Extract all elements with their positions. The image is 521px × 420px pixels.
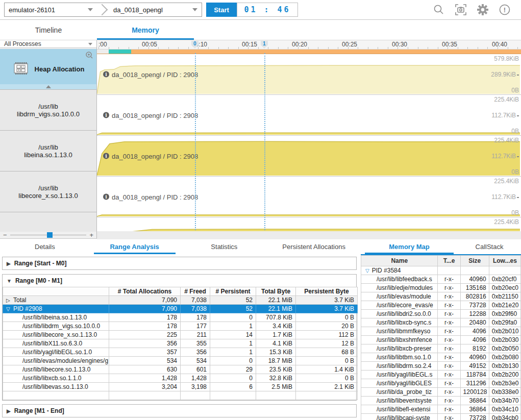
timeline-row-labels: ↑+Heap Allocation/usr/liblibdrm_vigs.so.…: [0, 49, 96, 232]
range-column-header[interactable]: # Freed: [181, 287, 210, 296]
memory-map-header-row: NameT...eSizeLow...es: [361, 256, 521, 266]
memory-map-row[interactable]: /usr/lib/libdri2.so.0.0r-x-122880xb29f60: [361, 310, 521, 318]
memory-map-type: r-x-: [438, 327, 460, 336]
range-table-row[interactable]: /usr/lib/libeina.so.1.13.01781780707.8 K…: [3, 313, 358, 322]
tab-persistent-allocations[interactable]: Persistent Allocations: [269, 239, 359, 254]
memory-map-row[interactable]: /usr/lib/yagl/libGLESr-x-3112960xb2b3e0: [361, 379, 521, 388]
range-start-m0-header[interactable]: ▶ Range [Start - M0]: [3, 257, 356, 269]
memory-map-name: /usr/lib/libcapi-syste: [361, 414, 438, 420]
settings-icon[interactable]: [477, 4, 489, 16]
start-button[interactable]: Start: [206, 3, 237, 17]
application-select[interactable]: da_0018_opengl: [109, 3, 202, 16]
zoom-out-button[interactable]: −: [3, 232, 7, 238]
row-label-library[interactable]: /usr/lib: [0, 212, 96, 232]
zoom-slider-handle[interactable]: [47, 232, 53, 238]
row-label-library[interactable]: /usr/liblibeina.so.1.13.0: [0, 131, 96, 171]
range-table-row[interactable]: ▷Total7,0907,0385222.1 MiB3.7 KiB: [3, 296, 358, 305]
range-column-header[interactable]: [3, 287, 109, 296]
memory-map-row[interactable]: /usr/lib/libcapi-syster-x-737280xb34cb0: [361, 414, 521, 420]
range-table-row[interactable]: /usr/lib/libecore.so.1.13.06306012923.5 …: [3, 365, 358, 374]
range-row-value: 534: [181, 357, 210, 365]
memory-map-row[interactable]: /usr/lib/libfeedback.sr-x-409600xb20cf0: [361, 275, 521, 284]
screenshot-icon[interactable]: [455, 4, 467, 16]
range-table-row[interactable]: /usr/lib/libX11.so.6.3.035635514.1 KiB12…: [3, 339, 358, 348]
range-row-value: 356: [109, 339, 181, 348]
memory-map-row[interactable]: /usr/lib/libmmfkeysor-x-40960xb2b010: [361, 327, 521, 336]
memory-map-column-header[interactable]: T...e: [438, 256, 460, 266]
memory-chart-row[interactable]: ida_0018_opengl / PID : 2908225.4KiB112.…: [97, 95, 521, 136]
range-m0-m1-header[interactable]: ▼ Range [M0 - M1]: [3, 275, 356, 287]
process-filter-select[interactable]: All Processes: [0, 40, 96, 48]
tab-memory-map[interactable]: Memory Map: [361, 239, 458, 254]
memory-map-row[interactable]: /usr/lib/yagl/libEGL.sr-x-1187840xb2b200: [361, 370, 521, 379]
chart-rows: ida_0018_opengl / PID : 2908579.8KiB289.…: [97, 54, 521, 231]
ruler-label: 00:25: [342, 41, 357, 48]
range-column-header[interactable]: # Total Allocations: [109, 287, 181, 296]
elapsed-timer: 01 : 46: [237, 3, 298, 17]
tab-range-analysis[interactable]: Range Analysis: [90, 239, 180, 254]
time-ruler[interactable]: :0000:0500:1000:1500:2000:2500:3000:3500…: [97, 40, 521, 50]
range-row-name: /usr/lib/libX11.so.6.3.0: [3, 339, 109, 348]
memory-map-column-header[interactable]: Name: [361, 256, 438, 266]
range-table-row[interactable]: ▽PID #29087,0907,0385222.1 MiB3.7 KiB: [3, 305, 358, 313]
expander-icon[interactable]: ▽: [365, 268, 369, 274]
range-m1-end-header[interactable]: ▶ Range [M1 - End]: [3, 405, 356, 417]
collapse-handle[interactable]: [0, 84, 96, 89]
memory-map-row[interactable]: /usr/lib/libxcb-preserr-x-81920xb2b050: [361, 344, 521, 353]
tab-memory[interactable]: Memory: [97, 20, 194, 40]
tab-callstack[interactable]: CallStack: [458, 239, 521, 254]
memory-map-address: 0xb2b3e0: [489, 379, 520, 388]
memory-chart-row[interactable]: ida_0018_opengl / PID : 2908225.4KiB112.…: [97, 177, 521, 217]
expander-icon[interactable]: ▷: [6, 298, 13, 303]
memory-map-row[interactable]: /usr/lib/libxshmfencer-x-40960xb2b030: [361, 336, 521, 344]
memory-map-row[interactable]: /usr/lib/da_probe_tizr-x-12001280xb338e0: [361, 388, 521, 397]
memory-map-pid-row[interactable]: ▽PID #3584: [361, 266, 521, 275]
range-table-row[interactable]: /usr/lib/evas/modules/engines/g534534018…: [3, 357, 358, 365]
memory-map-row[interactable]: /usr/lib/libefl-extensir-x-368640xb34c10: [361, 405, 521, 414]
library-path-line: /usr/lib: [38, 103, 58, 110]
memory-map-column-header[interactable]: Size: [460, 256, 489, 266]
memory-map-row[interactable]: /usr/lib/evas/moduler-x-8028160xb21150: [361, 292, 521, 301]
range-table-row[interactable]: /usr/lib/libdrm_vigs.so.10.0.017817713.4…: [3, 322, 358, 331]
range-table-row[interactable]: /usr/lib/libecore_x.so.1.13.0225211141.7…: [3, 331, 358, 339]
memory-map-tab-bar: Memory Map CallStack: [361, 239, 521, 254]
range-column-header[interactable]: Persistent Byte: [296, 287, 358, 296]
zoom-in-icon[interactable]: [85, 51, 93, 61]
expander-icon[interactable]: ▽: [6, 306, 13, 312]
range-column-header[interactable]: Total Byte: [256, 287, 296, 296]
memory-map-row[interactable]: /usr/lib/libeventsyster-x-368640xb34b70: [361, 397, 521, 405]
search-icon[interactable]: [433, 4, 445, 16]
memory-chart-row[interactable]: ida_0018_opengl / PID : 2908579.8KiB289.…: [97, 54, 521, 95]
tab-statistics[interactable]: Statistics: [180, 239, 269, 254]
about-icon[interactable]: !: [499, 4, 511, 16]
memory-map-type: r-x-: [438, 362, 460, 370]
memory-map-row[interactable]: /usr/lib/libdrm.so.2.4r-x-491520xb2b130: [361, 362, 521, 370]
memory-map-row[interactable]: /usr/lib/libtbm.so.1.0r-x-409600xb2b080: [361, 353, 521, 362]
tab-timeline[interactable]: Timeline: [0, 20, 97, 40]
zoom-in-button[interactable]: +: [89, 232, 93, 238]
zoom-slider-track[interactable]: [10, 235, 87, 235]
range-column-header[interactable]: # Persistent: [210, 287, 256, 296]
memory-map-row[interactable]: /usr/lib/ecore_evas/er-x-737280xb21e20: [361, 301, 521, 310]
memory-map-row[interactable]: /usr/lib/edje/modulesr-x-1351680xb20ec0: [361, 284, 521, 292]
library-path-line: /usr/lib: [38, 143, 58, 151]
memory-chart-row[interactable]: 225.4KiB: [97, 217, 521, 231]
memory-map-column-header[interactable]: Low...es: [489, 256, 520, 266]
row-label-library[interactable]: /usr/liblibecore_x.so.1.13.0: [0, 171, 96, 212]
range-table-row[interactable]: /usr/lib/yagl/libEGL.so.1.0357356115.3 K…: [3, 348, 358, 357]
tab-details[interactable]: Details: [0, 239, 90, 254]
range-row-value: 178: [109, 313, 181, 322]
device-select[interactable]: emulator-26101: [5, 3, 97, 16]
range-marker-line: [195, 53, 196, 230]
range-table-row[interactable]: /usr/lib/libevas.so.1.13.03,2043,19862.5…: [3, 383, 358, 391]
memory-map-row[interactable]: /usr/lib/libxcb-sync.sr-x-204800xb29fa0: [361, 318, 521, 327]
memory-map-address: 0xb2b080: [489, 353, 520, 362]
memory-chart-row[interactable]: ida_0018_opengl / PID : 2908225.4KiB112.…: [97, 136, 521, 177]
expand-icon: ▶: [7, 408, 11, 414]
row-label-library[interactable]: /usr/liblibdrm_vigs.so.10.0.0: [0, 90, 96, 131]
range-table-row[interactable]: /usr/lib/libxcb.so.1.1.01,4281,428032.8 …: [3, 374, 358, 383]
range-row-value: 1.4 KiB: [296, 365, 358, 374]
row-label-heap-allocation[interactable]: ↑+Heap Allocation: [0, 49, 96, 90]
axis-tick: [517, 75, 519, 76]
axis-tick: [517, 156, 519, 157]
